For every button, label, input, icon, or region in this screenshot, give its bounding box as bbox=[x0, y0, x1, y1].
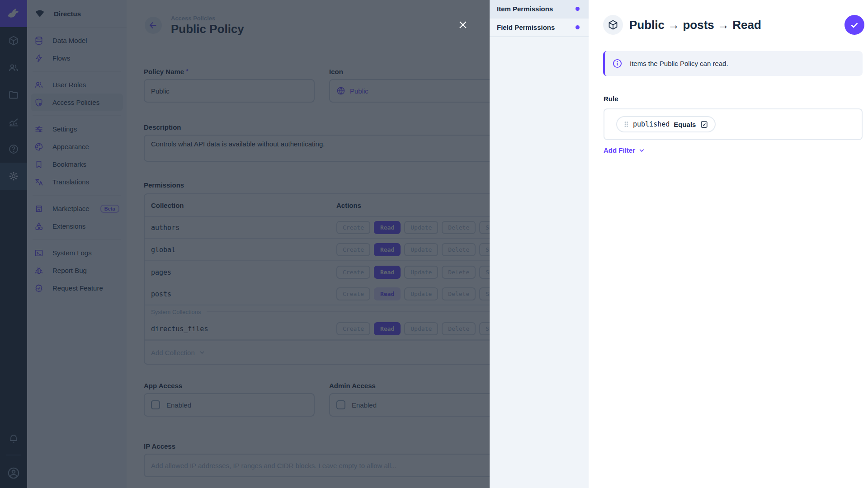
drag-handle-icon[interactable] bbox=[623, 121, 629, 128]
notice-text: Items the Public Policy can read. bbox=[630, 60, 728, 67]
add-filter-button[interactable]: Add Filter bbox=[604, 146, 646, 154]
status-dot bbox=[576, 25, 580, 29]
filter-operator[interactable]: Equals bbox=[674, 121, 696, 128]
info-icon bbox=[612, 58, 623, 69]
drawer-content: Public → posts → Read Items the Public P… bbox=[589, 0, 868, 488]
drawer-nav-item-permissions[interactable]: Item Permissions bbox=[490, 0, 589, 19]
rule-label: Rule bbox=[604, 95, 618, 103]
checkbox-checked-icon[interactable] bbox=[700, 120, 708, 129]
permissions-drawer: Item Permissions Field Permissions Publi… bbox=[490, 0, 868, 488]
filter-field[interactable]: published bbox=[633, 120, 670, 128]
close-icon bbox=[458, 19, 468, 30]
drawer-nav-label: Field Permissions bbox=[497, 23, 555, 31]
close-drawer-button[interactable] bbox=[453, 15, 473, 35]
check-icon bbox=[849, 19, 860, 30]
drawer-title: Public → posts → Read bbox=[629, 18, 761, 32]
drawer-nav-label: Item Permissions bbox=[497, 5, 553, 13]
save-button[interactable] bbox=[844, 15, 864, 35]
drawer-header-icon-circle bbox=[603, 15, 623, 35]
filter-pill[interactable]: published Equals bbox=[616, 116, 716, 132]
drawer-overlay[interactable] bbox=[0, 0, 490, 488]
directus-app: Directus Data Model Flows User Roles Acc… bbox=[0, 0, 868, 488]
status-dot bbox=[576, 7, 580, 11]
chevron-down-icon bbox=[638, 146, 646, 154]
rule-box: published Equals bbox=[604, 108, 863, 140]
info-notice: Items the Public Policy can read. bbox=[603, 51, 863, 76]
box-icon bbox=[608, 19, 618, 30]
drawer-nav: Item Permissions Field Permissions bbox=[490, 0, 589, 488]
drawer-nav-field-permissions[interactable]: Field Permissions bbox=[490, 19, 589, 37]
